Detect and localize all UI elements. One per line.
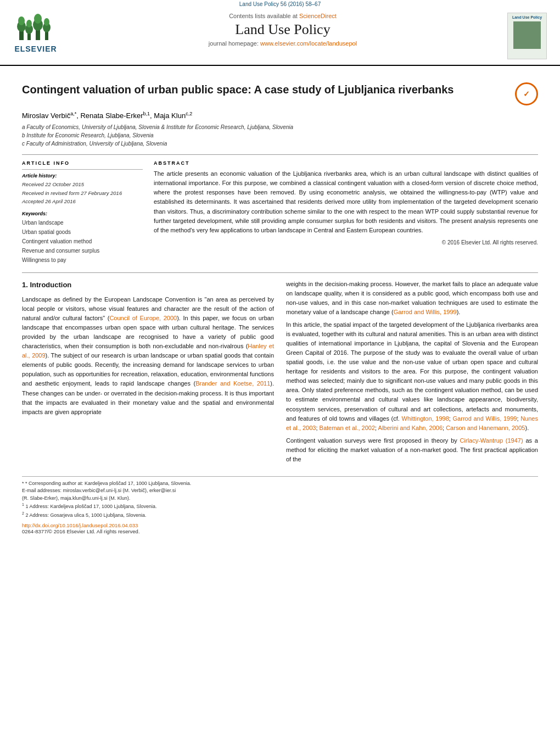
received-date: Received 22 October 2015 Received in rev…	[22, 180, 143, 205]
body-section: 1. Introduction Landscape as defined by …	[22, 280, 538, 467]
journal-header: Land Use Policy 56 (2016) 58–67	[0, 0, 560, 66]
footer-note5: 2 2 Address: Gosarjeva ulica 5, 1000 Lju…	[22, 511, 538, 520]
abstract-text: The article presents an economic valuati…	[154, 169, 538, 235]
accepted-text: Accepted 26 April 2016	[22, 197, 143, 205]
footnote-text1: * Corresponding author at: Kardeljeva pl…	[25, 481, 191, 486]
journal-homepage: journal homepage: www.elsevier.com/locat…	[71, 40, 494, 47]
doi-text: Land Use Policy 56 (2016) 58–67	[239, 1, 321, 7]
footnote-text4: 1 Address: Kardeljeva ploščad 17, 1000 L…	[25, 504, 156, 509]
footer-doi[interactable]: http://dx.doi.org/10.1016/j.landusepol.2…	[22, 522, 538, 528]
svg-point-11	[44, 18, 49, 26]
journal-thumbnail: Land Use Policy	[505, 13, 549, 59]
reference-bateman[interactable]: Bateman et al., 2002	[320, 425, 376, 431]
keyword-5: Willingness to pay	[22, 255, 143, 265]
footer-note4: 1 1 Address: Kardeljeva ploščad 17, 1000…	[22, 502, 538, 511]
reference-hanley[interactable]: Hanley et al., 2009	[22, 343, 274, 359]
body-col2-para3: Contingent valuation surveys were first …	[286, 436, 538, 464]
info-abstract-section: ARTICLE INFO Article history: Received 2…	[22, 154, 538, 265]
page: Land Use Policy 56 (2016) 58–67	[0, 0, 560, 742]
affiliation-c: c Faculty of Administration, University …	[22, 140, 538, 148]
footnote-text5: 2 Address: Gosarjeva ulica 5, 1000 Ljubl…	[25, 512, 146, 518]
received-text: Received 22 October 2015	[22, 180, 143, 188]
keyword-1: Urban landscape	[22, 218, 143, 227]
article-info-heading: ARTICLE INFO	[22, 160, 143, 166]
info-divider	[22, 169, 143, 170]
footer-note3: (R. Slabe-Erker), maja.klun@fu.uni-lj.si…	[22, 495, 538, 503]
body-col1-para1: Landscape as defined by the European Lan…	[22, 295, 274, 417]
homepage-label: journal homepage:	[209, 40, 259, 47]
reference-brander[interactable]: Brander and Koetse, 2011	[195, 380, 270, 387]
footer-issn: 0264-8377/© 2016 Elsevier Ltd. All right…	[22, 528, 538, 534]
affiliation-b: b Institute for Economic Research, Ljubl…	[22, 131, 538, 140]
reference-council[interactable]: Council of Europe, 2000	[109, 315, 177, 321]
affiliation-a: a Faculty of Economics, University of Lj…	[22, 123, 538, 131]
reference-garrod2[interactable]: Garrod and Willis, 1999	[453, 415, 517, 422]
keywords-label: Keywords:	[22, 211, 143, 216]
body-col2-para2: In this article, the spatial impact of t…	[286, 320, 538, 433]
main-content: Contingent valuation of urban public spa…	[0, 66, 560, 540]
footer-section: * * Corresponding author at: Kardeljeva …	[22, 476, 538, 535]
top-bar: ELSEVIER Contents lists available at Sci…	[0, 8, 560, 62]
doi-bar: Land Use Policy 56 (2016) 58–67	[0, 0, 560, 8]
thumb-image	[513, 21, 541, 49]
reference-alberini[interactable]: Alberini and Kahn, 2006	[378, 425, 443, 431]
copyright-line: © 2016 Elsevier Ltd. All rights reserved…	[154, 239, 538, 246]
affiliations: a Faculty of Economics, University of Lj…	[22, 123, 538, 148]
revised-text: Received in revised form 27 February 201…	[22, 189, 143, 197]
reference-cirlacy[interactable]: Cirlacy-Wantrup (1947)	[460, 437, 523, 444]
footer-note2: E-mail addresses: miroslav.verbic@ef.uni…	[22, 487, 538, 495]
abstract-heading: ABSTRACT	[154, 160, 538, 166]
body-col-right: weights in the decision-making process. …	[286, 280, 538, 467]
thumb-title: Land Use Policy	[512, 15, 542, 20]
contents-label: Contents lists available at	[229, 13, 298, 19]
reference-carson[interactable]: Carson and Hanemann, 2005	[446, 425, 525, 431]
keyword-3: Contingent valuation method	[22, 237, 143, 246]
crossmark-badge: ✓	[515, 82, 538, 105]
elsevier-logo: ELSEVIER	[11, 13, 60, 53]
sciencedirect-bar: Contents lists available at ScienceDirec…	[71, 13, 494, 19]
authors-text: Miroslav Verbiča,*, Renata Slabe-Erkerb,…	[22, 111, 192, 120]
body-col-left: 1. Introduction Landscape as defined by …	[22, 280, 274, 467]
reference-whittington[interactable]: Whittington, 1998	[402, 415, 449, 422]
article-title: Contingent valuation of urban public spa…	[22, 82, 515, 97]
elsevier-label: ELSEVIER	[14, 44, 57, 53]
thumb-box: Land Use Policy	[507, 13, 547, 59]
article-title-section: Contingent valuation of urban public spa…	[22, 82, 538, 105]
body-divider	[22, 272, 538, 273]
journal-center: Contents lists available at ScienceDirec…	[60, 13, 505, 47]
svg-point-8	[34, 14, 42, 24]
keyword-2: Urban spatial goods	[22, 227, 143, 237]
body-col2-para1: weights in the decision-making process. …	[286, 280, 538, 317]
keywords-list: Urban landscape Urban spatial goods Cont…	[22, 218, 143, 265]
history-label: Article history:	[22, 173, 143, 178]
abstract-col: ABSTRACT The article presents an economi…	[154, 160, 538, 265]
sciencedirect-link[interactable]: ScienceDirect	[299, 13, 337, 19]
homepage-url[interactable]: www.elsevier.com/locate/landusepol	[260, 40, 357, 47]
reference-garrod-willis[interactable]: Garrod and Willis, 1999	[394, 309, 457, 315]
footer-note1: * * Corresponding author at: Kardeljeva …	[22, 480, 538, 488]
elsevier-tree-icon	[16, 13, 55, 43]
keyword-4: Revenue and consumer surplus	[22, 246, 143, 255]
svg-point-5	[26, 20, 32, 27]
authors-line: Miroslav Verbiča,*, Renata Slabe-Erkerb,…	[22, 111, 538, 120]
svg-point-2	[18, 16, 25, 25]
doi-link[interactable]: http://dx.doi.org/10.1016/j.landusepol.2…	[22, 522, 138, 528]
journal-name: Land Use Policy	[71, 21, 494, 38]
keywords-section: Keywords: Urban landscape Urban spatial …	[22, 211, 143, 265]
article-info-col: ARTICLE INFO Article history: Received 2…	[22, 160, 143, 265]
section1-heading: 1. Introduction	[22, 280, 274, 291]
